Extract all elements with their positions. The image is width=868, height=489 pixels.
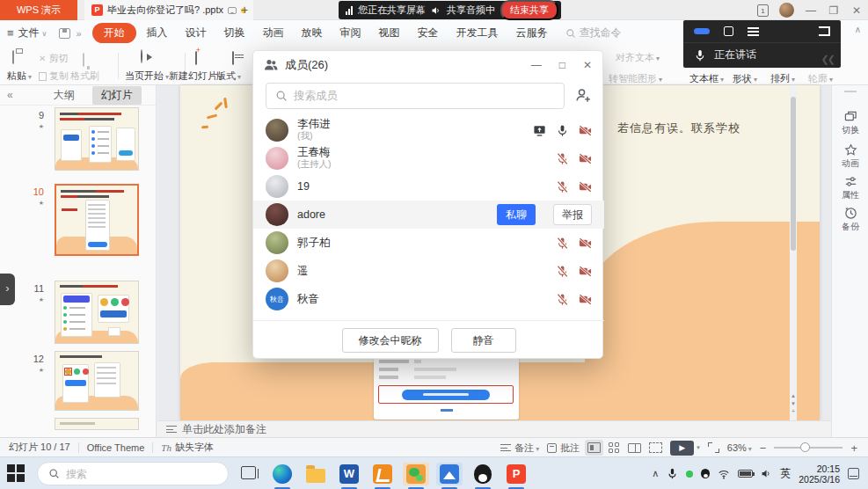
member-row[interactable]: 秋音 秋音 bbox=[253, 285, 604, 313]
add-member-icon[interactable] bbox=[575, 87, 591, 103]
format-painter-button[interactable]: 格式刷 bbox=[70, 69, 99, 83]
dialog-maximize-button[interactable]: □ bbox=[559, 59, 565, 71]
reading-view-button[interactable] bbox=[628, 443, 641, 453]
taskbar-search[interactable] bbox=[37, 462, 229, 485]
mic-muted-icon[interactable] bbox=[556, 180, 569, 193]
camera-off-icon[interactable] bbox=[579, 265, 592, 278]
private-chat-button[interactable]: 私聊 bbox=[497, 204, 536, 225]
mute-button[interactable]: 静音 bbox=[451, 328, 516, 353]
member-row[interactable]: 遥 bbox=[253, 257, 604, 285]
camera-off-icon[interactable] bbox=[579, 237, 592, 250]
scrollbar-thumb[interactable] bbox=[791, 97, 796, 251]
play-settings-icon[interactable] bbox=[649, 442, 662, 453]
tab-home[interactable]: 开始 bbox=[92, 23, 136, 43]
rename-in-meeting-button[interactable]: 修改会中昵称 bbox=[342, 328, 439, 353]
task-view-icon[interactable] bbox=[241, 466, 256, 479]
slide-thumbnail-9[interactable]: 9 bbox=[0, 107, 157, 171]
word-app-icon[interactable]: W bbox=[336, 463, 362, 485]
rail-item-animation[interactable]: 动画 bbox=[832, 143, 868, 170]
prev-next-slide-buttons[interactable]: ▴▾+ bbox=[790, 391, 797, 415]
normal-view-button[interactable] bbox=[587, 442, 601, 453]
zoom-slider[interactable] bbox=[774, 447, 842, 449]
user-avatar[interactable] bbox=[779, 3, 794, 18]
member-row-hovered[interactable]: adore 私聊 举报 bbox=[253, 201, 604, 229]
member-row[interactable]: 王春梅(主持人) bbox=[253, 144, 604, 172]
missing-font-warning[interactable]: 缺失字体 bbox=[175, 441, 214, 454]
textbox-button[interactable]: 文本框 bbox=[689, 72, 724, 85]
tab-review[interactable]: 审阅 bbox=[332, 23, 370, 43]
wifi-icon[interactable] bbox=[718, 468, 730, 480]
end-share-button[interactable]: 结束共享 bbox=[500, 0, 558, 20]
layout-icon[interactable] bbox=[232, 51, 234, 65]
tab-devtools[interactable]: 开发工具 bbox=[448, 23, 507, 43]
notification-center-icon[interactable] bbox=[848, 468, 859, 479]
camera-off-icon[interactable] bbox=[579, 152, 592, 165]
edge-app-icon[interactable] bbox=[269, 463, 295, 485]
tab-design[interactable]: 设计 bbox=[177, 23, 215, 43]
taskbar-search-input[interactable] bbox=[66, 468, 198, 480]
wps-app-tab[interactable]: WPS 演示 bbox=[0, 0, 77, 20]
slide-thumbnail-11[interactable]: 11 bbox=[0, 281, 157, 344]
stop-video-icon[interactable] bbox=[724, 26, 733, 36]
more-chevrons-icon[interactable]: » bbox=[76, 28, 81, 39]
member-row[interactable]: 李伟进(我) bbox=[253, 116, 604, 144]
ime-indicator[interactable]: 英 bbox=[780, 466, 791, 481]
orange-app-icon[interactable] bbox=[369, 463, 396, 485]
battery-icon[interactable] bbox=[738, 470, 753, 478]
to-smartart-button[interactable]: 转智能图形 bbox=[609, 72, 662, 85]
wps-app-icon[interactable]: P bbox=[503, 463, 529, 485]
tab-animation[interactable]: 动画 bbox=[254, 23, 293, 43]
member-row[interactable]: 19 bbox=[253, 172, 604, 201]
mic-muted-icon[interactable] bbox=[556, 237, 569, 250]
tab-cloud[interactable]: 云服务 bbox=[507, 23, 557, 43]
new-slide-button[interactable]: 新建幻灯片 bbox=[169, 69, 222, 83]
report-button[interactable]: 举报 bbox=[553, 204, 592, 225]
meeting-app-icon[interactable] bbox=[436, 463, 463, 485]
collapse-ribbon-icon[interactable]: ∧ bbox=[855, 25, 861, 34]
tab-transition[interactable]: 切换 bbox=[215, 23, 254, 43]
notes-toggle[interactable]: 备注 bbox=[500, 442, 539, 455]
camera-off-icon[interactable] bbox=[579, 180, 592, 193]
slide-thumbnail-10[interactable]: 10 bbox=[0, 184, 157, 256]
fit-slide-icon[interactable] bbox=[708, 442, 719, 453]
outline-button[interactable]: 轮廓 bbox=[808, 72, 833, 85]
document-tab[interactable]: P 毕业去向你登记了吗? .pptx bbox=[84, 0, 253, 20]
rail-item-transition[interactable]: 切换 bbox=[832, 110, 868, 136]
play-dropdown-icon[interactable]: ▾ bbox=[697, 444, 700, 451]
qq-app-icon[interactable] bbox=[470, 463, 496, 485]
canvas-scrollbar[interactable]: ▴▾+ bbox=[790, 85, 797, 420]
mic-muted-icon[interactable] bbox=[556, 152, 569, 165]
restore-button[interactable]: ❐ bbox=[828, 4, 840, 17]
rail-item-backup[interactable]: 备份 bbox=[832, 207, 868, 233]
paste-button[interactable]: 粘贴 bbox=[7, 69, 32, 83]
screen-sharing-icon[interactable] bbox=[533, 124, 546, 137]
tray-mic-icon[interactable] bbox=[667, 468, 678, 479]
tray-qq-icon[interactable] bbox=[701, 469, 710, 478]
shape-button[interactable]: 形状 bbox=[733, 72, 757, 85]
file-explorer-icon[interactable] bbox=[303, 463, 329, 485]
mic-on-icon[interactable] bbox=[556, 124, 569, 137]
zoom-level[interactable]: 63% bbox=[727, 442, 752, 453]
slideshow-play-button[interactable]: ▶ bbox=[670, 441, 694, 456]
tray-expand-icon[interactable]: ∧ bbox=[652, 468, 659, 479]
tab-slides[interactable]: 幻灯片 bbox=[92, 86, 142, 105]
zoom-out-button[interactable]: − bbox=[760, 442, 767, 455]
member-row[interactable]: 郭子柏 bbox=[253, 229, 604, 257]
hamburger-menu-icon[interactable]: ≡ bbox=[7, 26, 14, 40]
comments-toggle[interactable]: 批注 bbox=[547, 442, 580, 455]
play-from-current-button[interactable]: 当页开始 bbox=[125, 69, 169, 83]
mic-muted-icon[interactable] bbox=[556, 265, 569, 278]
rail-handle[interactable] bbox=[844, 91, 857, 92]
theme-name[interactable]: Office Theme bbox=[87, 442, 145, 453]
wechat-app-icon[interactable] bbox=[403, 463, 429, 485]
expand-panel-button[interactable]: › bbox=[0, 274, 15, 305]
paste-icon[interactable] bbox=[12, 50, 14, 64]
document-count-icon[interactable]: 1 bbox=[757, 4, 769, 17]
close-button[interactable]: ✕ bbox=[850, 4, 863, 17]
collapse-panel-icon[interactable]: « bbox=[7, 89, 13, 101]
new-slide-icon[interactable] bbox=[195, 51, 197, 65]
mic-muted-icon[interactable] bbox=[556, 293, 569, 306]
layout-button[interactable]: 版式 bbox=[216, 69, 241, 83]
tab-insert[interactable]: 插入 bbox=[138, 23, 177, 43]
camera-off-icon[interactable] bbox=[579, 293, 592, 306]
